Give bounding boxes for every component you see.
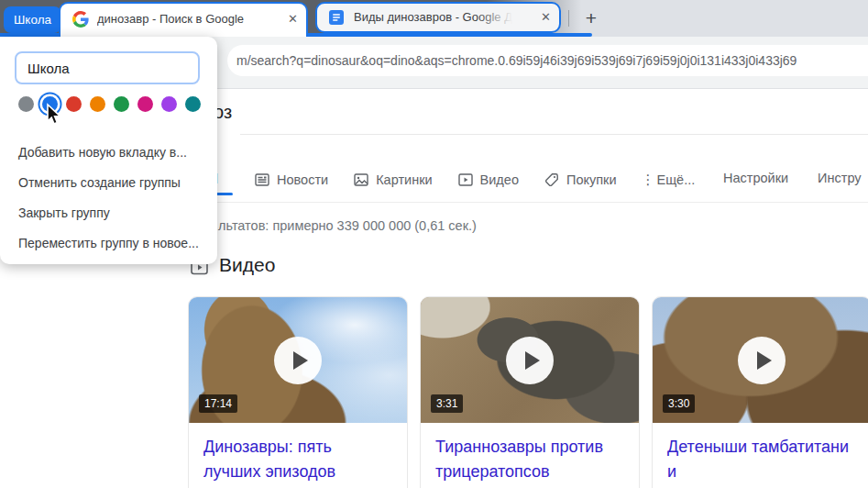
tab-strip: Школа динозавр - Поиск в Google ✕ <box>0 0 868 37</box>
news-icon <box>254 172 270 188</box>
video-thumbnail[interactable]: 3:30 <box>653 297 868 423</box>
video-title-link[interactable]: Тираннозавры против трицератопсов <box>421 423 639 484</box>
nav-label: Видео <box>480 172 519 187</box>
shopping-icon <box>544 172 560 188</box>
video-thumbnail[interactable]: 3:31 <box>421 297 639 423</box>
nav-tab-images[interactable]: Картинки <box>353 172 432 188</box>
nav-label: Покупки <box>566 172 617 187</box>
color-swatch-cyan[interactable] <box>185 96 201 112</box>
nav-tools[interactable]: Инстру <box>818 171 861 185</box>
tab-google-search[interactable]: динозавр - Поиск в Google ✕ <box>59 2 308 37</box>
tab-close-icon[interactable]: ✕ <box>541 4 551 31</box>
color-swatch-green[interactable] <box>114 96 129 112</box>
new-tab-button[interactable]: + <box>579 6 603 31</box>
nav-label: Картинки <box>376 172 432 187</box>
color-swatch-red[interactable] <box>66 96 82 112</box>
videos-icon <box>457 172 474 188</box>
result-stats: льтатов: примерно 339 000 000 (0,61 сек.… <box>218 218 477 233</box>
nav-label: Ещё... <box>657 172 696 187</box>
tab-close-icon[interactable]: ✕ <box>288 4 298 35</box>
menu-item-ungroup[interactable]: Отменить создание группы <box>0 168 217 198</box>
play-icon <box>506 337 554 384</box>
search-box-bottom-edge <box>240 134 868 135</box>
video-duration-badge: 3:30 <box>663 394 695 413</box>
google-docs-icon <box>329 10 344 25</box>
tab-group-chip[interactable]: Школа <box>4 6 61 33</box>
google-g-icon <box>72 11 89 28</box>
nav-tab-more[interactable]: ⋮ Ещё... <box>642 172 696 188</box>
images-icon <box>353 172 369 188</box>
video-card: 3:31 Тираннозавры против трицератопсов <box>420 296 640 488</box>
menu-item-add-new-tab[interactable]: Добавить новую вкладку в... <box>0 138 217 168</box>
color-swatch-grey[interactable] <box>18 96 34 112</box>
play-icon <box>274 337 322 384</box>
nav-tab-videos[interactable]: Видео <box>457 172 519 188</box>
mouse-cursor-icon <box>43 103 63 130</box>
browser-window: оз ll Новости <box>0 0 868 488</box>
color-swatch-purple[interactable] <box>161 96 177 112</box>
video-title-link[interactable]: Динозавры: пять лучших эпизодов <box>189 423 407 484</box>
nav-settings[interactable]: Настройки <box>723 171 788 185</box>
video-thumbnail[interactable]: 17:14 <box>189 297 407 423</box>
tab-title: Виды динозавров - Google Док <box>354 4 519 31</box>
group-menu-items: Добавить новую вкладку в... Отменить соз… <box>0 138 217 259</box>
color-swatch-pink[interactable] <box>137 96 153 112</box>
video-duration-badge: 3:31 <box>431 394 463 413</box>
results-nav: Новости Картинки <box>254 168 695 192</box>
video-card: 17:14 Динозавры: пять лучших эпизодов <box>188 296 408 488</box>
address-bar-url: m/search?q=dinosaur&oq=dino&aqs=chrome.0… <box>227 45 868 76</box>
address-bar[interactable]: m/search?q=dinosaur&oq=dino&aqs=chrome.0… <box>227 45 868 76</box>
video-cards: 17:14 Динозавры: пять лучших эпизодов 3:… <box>188 296 868 488</box>
nav-tab-news[interactable]: Новости <box>254 172 328 188</box>
menu-item-move-group[interactable]: Переместить группу в новое... <box>0 228 217 259</box>
video-title-link[interactable]: Детеныши тамбатитани и <box>653 423 868 484</box>
tab-title: динозавр - Поиск в Google <box>97 4 271 35</box>
video-section-title: Видео <box>219 254 275 276</box>
nav-tab-shopping[interactable]: Покупки <box>544 172 617 188</box>
play-icon <box>738 337 786 384</box>
nav-label: Новости <box>277 172 328 187</box>
tab-separator <box>568 10 569 27</box>
menu-item-close-group[interactable]: Закрыть группу <box>0 198 217 228</box>
video-duration-badge: 17:14 <box>199 394 237 413</box>
color-swatch-orange[interactable] <box>90 96 105 112</box>
results-nav-right: Настройки Инстру <box>723 171 862 185</box>
more-icon: ⋮ <box>642 172 651 188</box>
tab-group-menu: Добавить новую вкладку в... Отменить соз… <box>0 37 217 264</box>
group-name-input[interactable] <box>15 51 200 84</box>
video-card: 3:30 Детеныши тамбатитани и <box>652 296 868 488</box>
tab-google-docs[interactable]: Виды динозавров - Google Док ✕ <box>315 2 561 33</box>
